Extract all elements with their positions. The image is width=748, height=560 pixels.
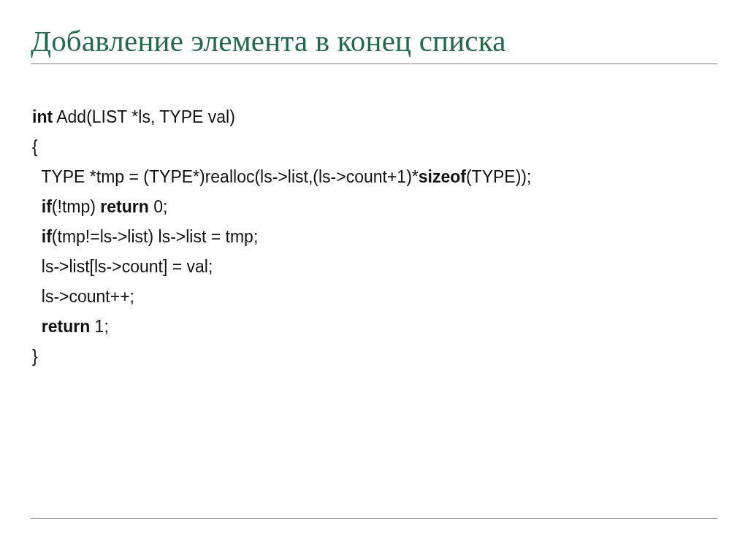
code-text: 0; — [149, 197, 168, 216]
keyword-if: if — [42, 227, 52, 246]
code-text — [32, 197, 42, 216]
title-block: Добавление элемента в конец списка — [31, 23, 717, 64]
slide-title: Добавление элемента в конец списка — [31, 23, 717, 59]
code-text: Add(LIST *ls, TYPE val) — [53, 107, 235, 126]
code-line: TYPE *tmp = (TYPE*)realloc(ls->list,(ls-… — [32, 162, 717, 192]
code-text: TYPE *tmp = (TYPE*)realloc(ls->list,(ls-… — [32, 167, 419, 186]
code-line: ls->count++; — [32, 282, 717, 312]
code-text — [32, 227, 42, 246]
code-line: int Add(LIST *ls, TYPE val) — [32, 102, 717, 132]
keyword-sizeof: sizeof — [419, 167, 466, 186]
code-block: int Add(LIST *ls, TYPE val) { TYPE *tmp … — [31, 102, 717, 371]
keyword-return: return — [100, 197, 148, 216]
code-line: { — [32, 132, 717, 162]
code-line: } — [32, 342, 717, 372]
code-text: (TYPE)); — [466, 167, 531, 186]
keyword-return: return — [42, 317, 90, 336]
code-text: 1; — [90, 317, 109, 336]
code-line: if(!tmp) return 0; — [32, 192, 717, 222]
code-line: if(tmp!=ls->list) ls->list = tmp; — [32, 222, 717, 252]
keyword-int: int — [32, 107, 53, 126]
footer-rule — [31, 518, 717, 519]
keyword-if: if — [42, 197, 52, 216]
code-line: return 1; — [32, 312, 717, 342]
slide: Добавление элемента в конец списка int A… — [0, 0, 748, 560]
code-text: (!tmp) — [52, 197, 100, 216]
code-text: (tmp!=ls->list) ls->list = tmp; — [52, 227, 258, 246]
code-text — [32, 317, 42, 336]
code-line: ls->list[ls->count] = val; — [32, 252, 717, 282]
